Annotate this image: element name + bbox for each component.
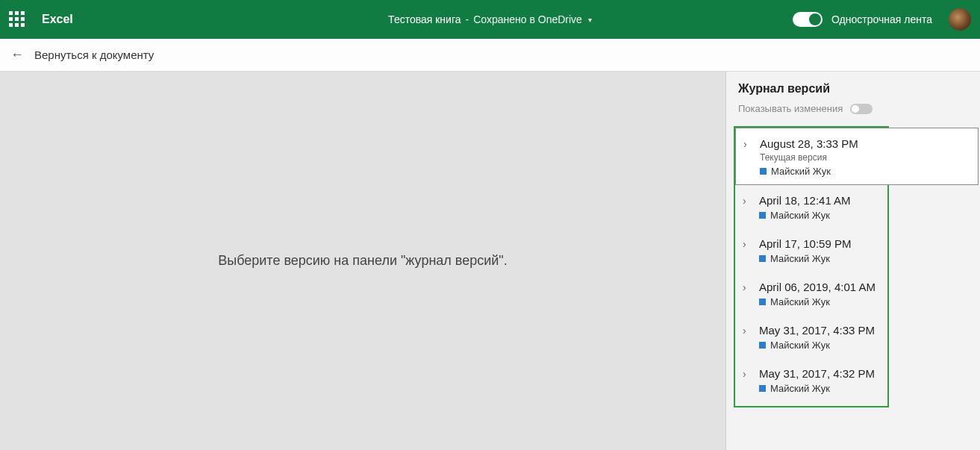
version-date: May 31, 2017, 4:33 PM — [759, 324, 875, 337]
show-changes-toggle[interactable] — [850, 104, 873, 114]
user-avatar[interactable] — [949, 8, 971, 31]
version-item[interactable]: › August 28, 3:33 PM Текущая версия Майс… — [735, 128, 979, 185]
chevron-down-icon: ▾ — [588, 16, 592, 24]
version-author: Майский Жук — [759, 340, 880, 351]
version-history-title: Журнал версий — [738, 82, 968, 96]
back-to-document-button[interactable]: ← Вернуться к документу — [0, 39, 164, 71]
version-date: April 18, 12:41 AM — [759, 194, 851, 207]
author-color-icon — [759, 385, 766, 392]
version-author: Майский Жук — [759, 296, 880, 307]
version-history-panel: Журнал версий Показывать изменения › Aug… — [726, 72, 980, 450]
version-sublabel: Текущая версия — [760, 152, 969, 163]
version-date: April 17, 10:59 PM — [759, 237, 851, 250]
chevron-right-icon: › — [743, 195, 752, 207]
author-name: Майский Жук — [770, 210, 830, 221]
version-date: August 28, 3:33 PM — [760, 137, 858, 150]
chevron-right-icon: › — [743, 138, 752, 150]
chevron-right-icon: › — [743, 238, 752, 250]
author-color-icon — [759, 212, 766, 219]
author-name: Майский Жук — [770, 296, 830, 307]
chevron-right-icon: › — [743, 368, 752, 380]
version-author: Майский Жук — [759, 383, 880, 394]
show-changes-label: Показывать изменения — [738, 103, 843, 114]
document-title-group[interactable]: Тестовая книга - Сохранено в OneDrive ▾ — [388, 13, 592, 25]
author-name: Майский Жук — [771, 166, 831, 177]
author-name: Майский Жук — [770, 383, 830, 394]
document-save-status: Сохранено в OneDrive — [473, 13, 582, 25]
version-item[interactable]: › May 31, 2017, 4:32 PM Майский Жук — [735, 358, 887, 401]
app-header: Excel Тестовая книга - Сохранено в OneDr… — [0, 0, 980, 39]
version-date: May 31, 2017, 4:32 PM — [759, 367, 875, 380]
main-content-area: Выберите версию на панели "журнал версий… — [0, 72, 726, 450]
version-date: April 06, 2019, 4:01 AM — [759, 281, 876, 293]
author-color-icon — [759, 342, 766, 349]
document-title: Тестовая книга — [388, 13, 461, 25]
author-name: Майский Жук — [770, 340, 830, 351]
version-author: Майский Жук — [759, 210, 880, 221]
author-color-icon — [759, 255, 766, 262]
chevron-right-icon: › — [743, 281, 752, 293]
back-label: Вернуться к документу — [34, 49, 154, 61]
chevron-right-icon: › — [743, 325, 752, 337]
ribbon-toggle-label: Однострочная лента — [831, 13, 932, 25]
author-name: Майский Жук — [770, 253, 830, 264]
back-arrow-icon: ← — [10, 47, 24, 63]
app-name: Excel — [42, 13, 73, 26]
ribbon-toggle[interactable] — [793, 12, 823, 27]
author-color-icon — [760, 168, 767, 175]
version-item[interactable]: › April 06, 2019, 4:01 AM Майский Жук — [735, 272, 887, 315]
version-item[interactable]: › May 31, 2017, 4:33 PM Майский Жук — [735, 315, 887, 358]
version-author: Майский Жук — [760, 166, 969, 177]
versions-list: › August 28, 3:33 PM Текущая версия Майс… — [734, 126, 889, 407]
app-launcher-icon[interactable] — [9, 11, 25, 28]
version-item[interactable]: › April 17, 10:59 PM Майский Жук — [735, 228, 887, 272]
main-prompt-text: Выберите версию на панели "журнал версий… — [218, 253, 508, 269]
author-color-icon — [759, 299, 766, 305]
sub-toolbar: ← Вернуться к документу — [0, 39, 980, 72]
version-item[interactable]: › April 18, 12:41 AM Майский Жук — [735, 185, 887, 228]
title-separator: - — [466, 13, 469, 25]
version-author: Майский Жук — [759, 253, 880, 264]
